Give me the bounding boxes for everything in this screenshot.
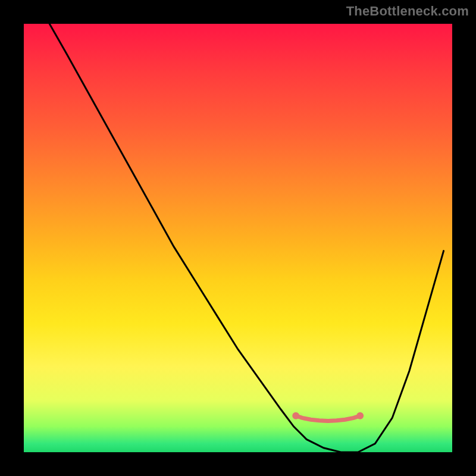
bottleneck-curve	[49, 24, 443, 452]
chart-frame: TheBottleneck.com	[0, 0, 476, 476]
chart-svg	[24, 24, 452, 452]
optimal-marker	[296, 416, 360, 421]
optimal-marker-endcap	[356, 412, 364, 419]
watermark-text: TheBottleneck.com	[346, 4, 469, 19]
optimal-marker-endcap	[292, 412, 299, 419]
plot-area	[24, 24, 452, 452]
